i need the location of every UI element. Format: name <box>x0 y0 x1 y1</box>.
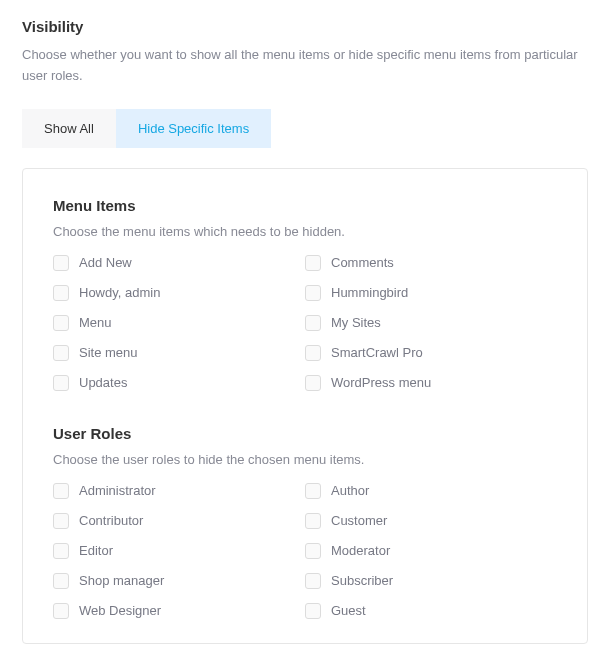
user-role-row: Administrator <box>53 483 305 499</box>
user-roles-grid: Administrator Author Contributor Custome… <box>53 483 557 619</box>
checkbox-label: Howdy, admin <box>79 285 160 300</box>
page-title: Visibility <box>22 18 588 35</box>
user-role-row: Subscriber <box>305 573 557 589</box>
checkbox[interactable] <box>53 345 69 361</box>
visibility-tabs: Show All Hide Specific Items <box>22 109 588 148</box>
user-role-row: Author <box>305 483 557 499</box>
checkbox[interactable] <box>305 315 321 331</box>
user-role-row: Contributor <box>53 513 305 529</box>
menu-item-row: SmartCrawl Pro <box>305 345 557 361</box>
checkbox-label: Moderator <box>331 543 390 558</box>
checkbox[interactable] <box>305 513 321 529</box>
menu-item-row: Site menu <box>53 345 305 361</box>
user-role-row: Web Designer <box>53 603 305 619</box>
menu-item-row: Howdy, admin <box>53 285 305 301</box>
checkbox[interactable] <box>53 603 69 619</box>
checkbox[interactable] <box>53 543 69 559</box>
checkbox[interactable] <box>305 483 321 499</box>
checkbox-label: Subscriber <box>331 573 393 588</box>
checkbox-label: Site menu <box>79 345 138 360</box>
checkbox[interactable] <box>305 573 321 589</box>
checkbox-label: Add New <box>79 255 132 270</box>
checkbox-label: Web Designer <box>79 603 161 618</box>
checkbox[interactable] <box>53 483 69 499</box>
user-role-row: Guest <box>305 603 557 619</box>
menu-items-description: Choose the menu items which needs to be … <box>53 224 557 239</box>
menu-items-grid: Add New Comments Howdy, admin Hummingbir… <box>53 255 557 391</box>
checkbox-label: Updates <box>79 375 127 390</box>
settings-card: Menu Items Choose the menu items which n… <box>22 168 588 644</box>
checkbox[interactable] <box>53 513 69 529</box>
menu-item-row: Menu <box>53 315 305 331</box>
checkbox[interactable] <box>53 573 69 589</box>
menu-item-row: Comments <box>305 255 557 271</box>
menu-item-row: Add New <box>53 255 305 271</box>
checkbox[interactable] <box>305 603 321 619</box>
page-description: Choose whether you want to show all the … <box>22 45 588 87</box>
menu-item-row: WordPress menu <box>305 375 557 391</box>
user-role-row: Customer <box>305 513 557 529</box>
checkbox[interactable] <box>305 255 321 271</box>
user-role-row: Moderator <box>305 543 557 559</box>
user-role-row: Editor <box>53 543 305 559</box>
checkbox-label: WordPress menu <box>331 375 431 390</box>
checkbox[interactable] <box>305 285 321 301</box>
user-roles-description: Choose the user roles to hide the chosen… <box>53 452 557 467</box>
menu-item-row: My Sites <box>305 315 557 331</box>
checkbox[interactable] <box>53 255 69 271</box>
checkbox-label: Comments <box>331 255 394 270</box>
checkbox-label: Editor <box>79 543 113 558</box>
checkbox[interactable] <box>305 375 321 391</box>
tab-show-all[interactable]: Show All <box>22 109 116 148</box>
checkbox-label: Menu <box>79 315 112 330</box>
checkbox[interactable] <box>53 375 69 391</box>
menu-item-row: Hummingbird <box>305 285 557 301</box>
checkbox-label: Customer <box>331 513 387 528</box>
checkbox[interactable] <box>53 315 69 331</box>
checkbox-label: Shop manager <box>79 573 164 588</box>
user-roles-title: User Roles <box>53 425 557 442</box>
checkbox-label: Administrator <box>79 483 156 498</box>
checkbox[interactable] <box>305 345 321 361</box>
checkbox-label: Author <box>331 483 369 498</box>
menu-item-row: Updates <box>53 375 305 391</box>
checkbox-label: Hummingbird <box>331 285 408 300</box>
checkbox-label: SmartCrawl Pro <box>331 345 423 360</box>
tab-hide-specific[interactable]: Hide Specific Items <box>116 109 271 148</box>
checkbox-label: My Sites <box>331 315 381 330</box>
checkbox-label: Guest <box>331 603 366 618</box>
menu-items-title: Menu Items <box>53 197 557 214</box>
checkbox[interactable] <box>305 543 321 559</box>
user-role-row: Shop manager <box>53 573 305 589</box>
checkbox-label: Contributor <box>79 513 143 528</box>
checkbox[interactable] <box>53 285 69 301</box>
